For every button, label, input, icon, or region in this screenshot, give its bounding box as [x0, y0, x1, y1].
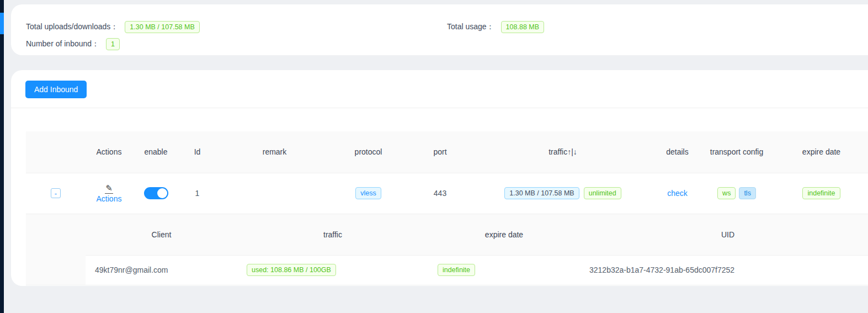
traffic-limit-badge: unlimited — [584, 187, 621, 199]
add-inbound-button[interactable]: Add Inbound — [25, 81, 87, 98]
remark-cell — [215, 173, 334, 214]
client-traffic-badge: used: 108.86 MB / 100GB — [247, 264, 336, 276]
total-usage-badge: 108.88 MB — [501, 21, 544, 33]
inbound-count-badge: 1 — [106, 38, 120, 50]
clients-table: Client traffic expire date UID 49kt79nr@… — [86, 214, 868, 285]
col-details: details — [648, 131, 706, 173]
col-traffic-sortable[interactable]: traffic↑|↓ — [477, 131, 648, 173]
transport-config-cell: ws tls — [717, 187, 756, 199]
total-uploads-badge: 1.30 MB / 107.58 MB — [125, 21, 199, 33]
inbound-row: - ✎ Actions 1 vless 443 — [26, 173, 868, 214]
stat-total-usage: Total usage： 108.88 MB — [447, 21, 544, 33]
client-row: 49kt79nr@gmail.com used: 108.86 MB / 100… — [86, 256, 868, 285]
col-expand — [26, 131, 86, 173]
toggle-knob — [157, 188, 167, 198]
client-expire-badge: indefinite — [438, 264, 475, 276]
stat-inbound-count: Number of inbound： 1 — [26, 38, 120, 50]
id-cell: 1 — [179, 173, 215, 214]
total-uploads-label: Total uploads/downloads： — [26, 22, 118, 32]
transport-ws-badge: ws — [717, 187, 736, 199]
table-header-row: Actions enable Id remark protocol port t… — [26, 131, 868, 173]
col-remark: remark — [215, 131, 334, 173]
inbound-count-label: Number of inbound： — [26, 39, 99, 49]
clients-header-row: Client traffic expire date UID — [86, 214, 868, 256]
client-email: 49kt79nr@gmail.com — [86, 256, 237, 285]
expire-date-badge: indefinite — [802, 187, 840, 199]
col-enable: enable — [132, 131, 179, 173]
enable-toggle[interactable] — [144, 187, 168, 199]
toolbar-divider — [11, 108, 868, 108]
col-client-uid: UID — [580, 214, 868, 256]
protocol-badge: vless — [355, 187, 381, 199]
inbounds-card: Add Inbound Actions enable Id remark pro… — [11, 70, 868, 286]
col-actions: Actions — [86, 131, 132, 173]
sidebar-active-indicator — [0, 13, 4, 34]
col-expire-date: expire date — [767, 131, 868, 173]
inbounds-table: Actions enable Id remark protocol port t… — [26, 131, 868, 285]
details-check-link[interactable]: check — [667, 189, 688, 198]
sidebar-rail — [0, 0, 4, 313]
transport-tls-badge: tls — [739, 187, 756, 199]
stat-total-uploads-downloads: Total uploads/downloads： 1.30 MB / 107.5… — [26, 21, 200, 33]
col-client-traffic: traffic — [237, 214, 428, 256]
col-port: port — [403, 131, 477, 173]
col-client-expire: expire date — [428, 214, 580, 256]
actions-menu-link[interactable]: Actions — [97, 194, 122, 203]
col-transport-config: transport config — [706, 131, 767, 173]
expanded-row: Client traffic expire date UID 49kt79nr@… — [26, 214, 868, 285]
traffic-cell: 1.30 MB / 107.58 MB unlimited — [504, 187, 621, 199]
col-id: Id — [179, 131, 215, 173]
edit-icon[interactable]: ✎ — [105, 184, 113, 194]
col-client: Client — [86, 214, 237, 256]
stats-card: Total uploads/downloads： 1.30 MB / 107.5… — [11, 4, 868, 55]
client-uid: 3212b32a-b1a7-4732-91ab-65dc007f7252 — [580, 256, 868, 285]
port-cell: 443 — [403, 173, 477, 214]
col-protocol: protocol — [334, 131, 403, 173]
traffic-usage-badge: 1.30 MB / 107.58 MB — [504, 187, 579, 199]
actions-cell: ✎ Actions — [97, 184, 122, 203]
total-usage-label: Total usage： — [447, 22, 494, 32]
collapse-row-button[interactable]: - — [51, 188, 61, 198]
